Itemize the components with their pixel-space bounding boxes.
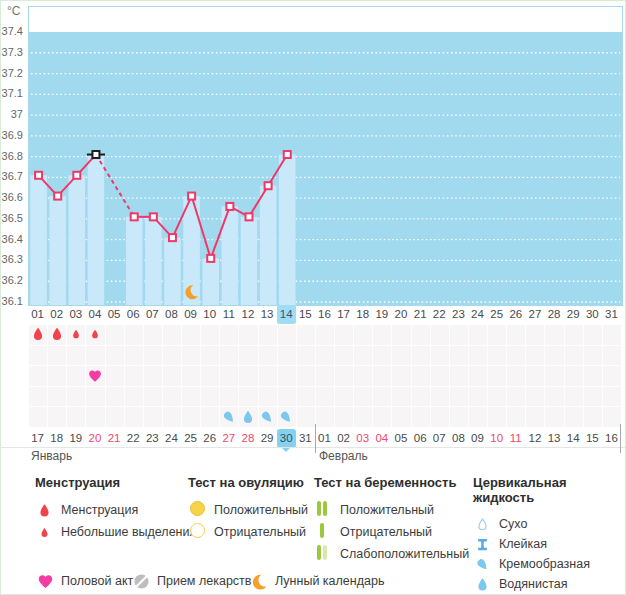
y-axis-tick-label: 36.3 bbox=[1, 253, 23, 265]
calendar-date-cell[interactable]: 17 bbox=[28, 429, 47, 448]
month-label-february: Февраль bbox=[319, 449, 368, 463]
cycle-day-cell[interactable]: 29 bbox=[564, 305, 583, 324]
calendar-date-cell[interactable]: 24 bbox=[162, 429, 181, 448]
cycle-day-cell[interactable]: 07 bbox=[143, 305, 162, 324]
calendar-date-cell[interactable]: 29 bbox=[258, 429, 277, 448]
temperature-point-marker[interactable] bbox=[207, 255, 214, 262]
legend-item: Половой акт bbox=[37, 571, 133, 591]
event-grid[interactable] bbox=[28, 324, 621, 427]
cycle-day-cell[interactable]: 27 bbox=[525, 305, 544, 324]
cycle-day-cell[interactable]: 05 bbox=[105, 305, 124, 324]
calendar-date-cell[interactable]: 21 bbox=[105, 429, 124, 448]
calendar-date-cell[interactable]: 15 bbox=[583, 429, 602, 448]
calendar-date-cell[interactable]: 01 bbox=[315, 429, 334, 448]
calendar-date-cell[interactable]: 08 bbox=[449, 429, 468, 448]
temperature-point-marker[interactable] bbox=[245, 213, 252, 220]
cycle-day-cell[interactable]: 15 bbox=[296, 305, 315, 324]
cycle-day-cell[interactable]: 17 bbox=[334, 305, 353, 324]
legend-item: Положительный bbox=[314, 499, 469, 521]
calendar-date-cell[interactable]: 09 bbox=[468, 429, 487, 448]
temperature-point-marker[interactable] bbox=[188, 193, 195, 200]
cycle-day-cell[interactable]: 01 bbox=[28, 305, 47, 324]
calendar-date-cell[interactable]: 20 bbox=[85, 429, 104, 448]
calendar-date-cell[interactable]: 05 bbox=[391, 429, 410, 448]
temperature-point-marker[interactable] bbox=[35, 172, 42, 179]
cycle-day-cell[interactable]: 22 bbox=[430, 305, 449, 324]
creamy-icon bbox=[475, 557, 490, 572]
temperature-point-marker[interactable] bbox=[226, 203, 233, 210]
calendar-date-cell[interactable]: 26 bbox=[200, 429, 219, 448]
cycle-day-cell[interactable]: 11 bbox=[219, 305, 238, 324]
moon-icon bbox=[251, 573, 268, 590]
event-cell[interactable] bbox=[279, 409, 294, 424]
cycle-day-cell[interactable]: 13 bbox=[258, 305, 277, 324]
calendar-date-cell[interactable]: 02 bbox=[334, 429, 353, 448]
event-cell[interactable] bbox=[260, 409, 275, 424]
legend-section-title: Тест на беременность bbox=[314, 475, 469, 490]
temperature-point-marker[interactable] bbox=[169, 234, 176, 241]
cycle-day-cell[interactable]: 24 bbox=[468, 305, 487, 324]
cycle-day-cell[interactable]: 09 bbox=[181, 305, 200, 324]
y-axis-tick-label: 36.6 bbox=[1, 191, 23, 203]
menstruation-drop-icon bbox=[90, 329, 101, 340]
calendar-date-cell[interactable]: 16 bbox=[602, 429, 621, 448]
temperature-point-marker[interactable] bbox=[265, 182, 272, 189]
calendar-date-cell[interactable]: 27 bbox=[219, 429, 238, 448]
calendar-date-cell[interactable]: 18 bbox=[47, 429, 66, 448]
calendar-date-cell[interactable]: 12 bbox=[525, 429, 544, 448]
cycle-day-cell[interactable]: 06 bbox=[124, 305, 143, 324]
bbt-chart-widget: °C 37.437.337.237.13736.936.836.736.636.… bbox=[0, 0, 626, 595]
cycle-day-cell[interactable]: 04 bbox=[85, 305, 104, 324]
cycle-day-cell[interactable]: 20 bbox=[391, 305, 410, 324]
cycle-day-cell[interactable]: 30 bbox=[583, 305, 602, 324]
calendar-date-row: 1718192021222324252627282930310102030405… bbox=[28, 429, 621, 448]
cycle-day-cell[interactable]: 31 bbox=[602, 305, 621, 324]
calendar-date-cell[interactable]: 07 bbox=[430, 429, 449, 448]
cycle-day-cell[interactable]: 25 bbox=[487, 305, 506, 324]
event-cell[interactable] bbox=[90, 329, 101, 340]
event-cell[interactable] bbox=[221, 409, 236, 424]
temperature-point-marker[interactable] bbox=[150, 213, 157, 220]
temperature-point-marker[interactable] bbox=[284, 151, 291, 158]
calendar-date-cell[interactable]: 31 bbox=[296, 429, 315, 448]
temperature-point-marker[interactable] bbox=[131, 213, 138, 220]
calendar-date-cell[interactable]: 30 bbox=[277, 429, 296, 448]
calendar-date-cell[interactable]: 10 bbox=[487, 429, 506, 448]
cycle-day-cell[interactable]: 19 bbox=[372, 305, 391, 324]
event-cell[interactable] bbox=[30, 327, 45, 342]
calendar-date-cell[interactable]: 28 bbox=[238, 429, 257, 448]
temperature-point-marker[interactable] bbox=[73, 172, 80, 179]
calendar-date-cell[interactable]: 06 bbox=[411, 429, 430, 448]
calendar-date-cell[interactable]: 03 bbox=[353, 429, 372, 448]
cycle-day-cell[interactable]: 03 bbox=[66, 305, 85, 324]
calendar-date-cell[interactable]: 22 bbox=[124, 429, 143, 448]
event-cell[interactable] bbox=[87, 368, 102, 383]
calendar-date-cell[interactable]: 13 bbox=[544, 429, 563, 448]
y-axis-tick-label: 37.2 bbox=[1, 67, 23, 79]
event-cell[interactable] bbox=[49, 327, 64, 342]
cycle-day-cell[interactable]: 02 bbox=[47, 305, 66, 324]
calendar-date-cell[interactable]: 11 bbox=[506, 429, 525, 448]
cycle-day-cell[interactable]: 21 bbox=[411, 305, 430, 324]
temperature-point-marker[interactable] bbox=[92, 151, 99, 158]
cycle-day-cell[interactable]: 08 bbox=[162, 305, 181, 324]
calendar-date-cell[interactable]: 23 bbox=[143, 429, 162, 448]
calendar-date-cell[interactable]: 04 bbox=[372, 429, 391, 448]
chart-plot[interactable] bbox=[28, 6, 623, 306]
calendar-date-cell[interactable]: 25 bbox=[181, 429, 200, 448]
temperature-point-marker[interactable] bbox=[54, 193, 61, 200]
cycle-day-cell[interactable]: 18 bbox=[353, 305, 372, 324]
cycle-day-cell[interactable]: 23 bbox=[449, 305, 468, 324]
cycle-day-cell[interactable]: 12 bbox=[238, 305, 257, 324]
cycle-day-cell[interactable]: 14 bbox=[277, 305, 296, 324]
cycle-day-cell[interactable]: 16 bbox=[315, 305, 334, 324]
cycle-day-cell[interactable]: 10 bbox=[200, 305, 219, 324]
calendar-date-cell[interactable]: 14 bbox=[564, 429, 583, 448]
cycle-day-cell[interactable]: 26 bbox=[506, 305, 525, 324]
calendar-date-cell[interactable]: 19 bbox=[66, 429, 85, 448]
event-cell[interactable] bbox=[240, 409, 255, 424]
legend-item-label: Половой акт bbox=[61, 574, 133, 588]
event-cell[interactable] bbox=[71, 329, 82, 340]
cycle-day-cell[interactable]: 28 bbox=[544, 305, 563, 324]
legend-icon-slot bbox=[473, 557, 491, 572]
